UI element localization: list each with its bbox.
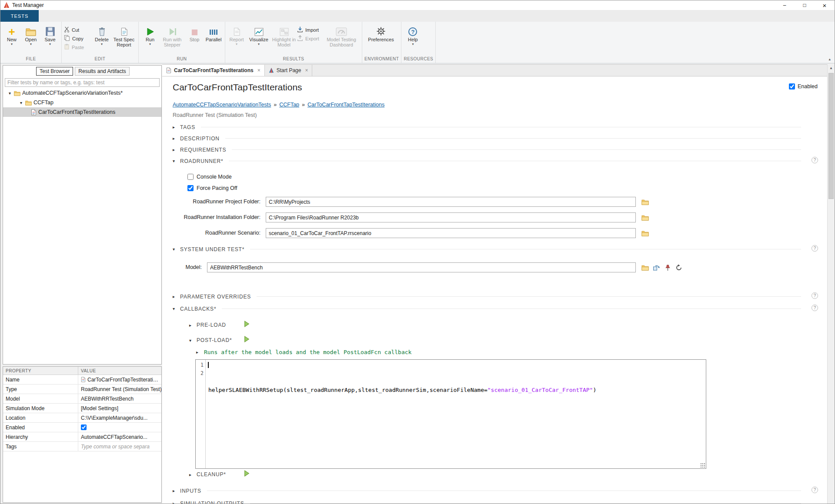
filter-input[interactable]	[5, 78, 160, 87]
section-pre-load[interactable]: ▸ PRE-LOAD	[189, 322, 226, 328]
copy-icon	[64, 35, 70, 42]
scrollbar-thumb[interactable]	[828, 73, 834, 199]
breadcrumb-link-testcase[interactable]: CarToCarFrontTapTestIterations	[307, 102, 384, 108]
new-button[interactable]: + New ▾	[3, 23, 21, 56]
help-circle-icon[interactable]: ?	[812, 487, 818, 493]
help-circle-icon[interactable]: ?	[812, 292, 818, 299]
scenario-input[interactable]	[266, 228, 636, 238]
delete-button[interactable]: Delete ▾	[93, 23, 111, 56]
run-preload-button[interactable]	[244, 321, 250, 327]
breadcrumb-link-ccftap[interactable]: CCFTap	[279, 102, 299, 108]
browse-folder-button[interactable]	[640, 198, 650, 206]
open-button[interactable]: Open ▾	[22, 23, 40, 56]
project-folder-input[interactable]	[266, 197, 636, 207]
section-rule	[201, 127, 801, 127]
parallel-button[interactable]: Parallel	[204, 23, 223, 56]
tab-tests[interactable]: TESTS	[0, 10, 39, 22]
force-pacing-checkbox-input[interactable]	[187, 185, 194, 191]
help-circle-icon[interactable]: ?	[812, 305, 818, 311]
section-callbacks[interactable]: ▾ CALLBACKS*	[173, 305, 801, 312]
browse-model-button[interactable]	[640, 263, 650, 272]
tree-item-label: AutomateCCFTapScenarioVariationTests*	[22, 90, 123, 96]
chevron-down-icon[interactable]: ▾	[19, 100, 23, 105]
help-button[interactable]: ? Help ▾	[404, 23, 422, 56]
vertical-scrollbar[interactable]: ▲	[827, 64, 835, 504]
visualize-button[interactable]: Visualize ▾	[247, 23, 271, 56]
section-parameter-overrides[interactable]: ▸ PARAMETER OVERRIDES	[173, 293, 801, 300]
console-mode-checkbox-input[interactable]	[187, 174, 194, 180]
run-postload-button[interactable]	[244, 336, 250, 342]
close-button[interactable]: ×	[815, 0, 835, 10]
section-simulation-outputs[interactable]: ▸ SIMULATION OUTPUTS	[173, 500, 801, 504]
export-button[interactable]: Export	[297, 35, 322, 42]
tree-item-test-case[interactable]: CarToCarFrontTapTestIterations	[3, 107, 161, 117]
console-mode-checkbox[interactable]: Console Mode	[187, 174, 232, 180]
help-circle-icon[interactable]: ?	[812, 245, 818, 252]
close-icon[interactable]: ×	[257, 67, 261, 73]
tree-item-ccftap[interactable]: ▾ CCFTap	[3, 98, 161, 107]
force-pacing-checkbox[interactable]: Force Pacing Off	[187, 185, 237, 191]
help-circle-icon[interactable]: ?	[812, 157, 818, 163]
tree-item-suite[interactable]: ▾ AutomateCCFTapScenarioVariationTests*	[3, 88, 161, 98]
ribbon-tab-row: TESTS	[0, 10, 835, 22]
install-folder-input[interactable]	[266, 212, 636, 222]
chevron-down-icon[interactable]: ▾	[7, 91, 12, 96]
run-cleanup-button[interactable]	[244, 470, 250, 477]
folder-icon	[641, 199, 649, 205]
postload-description-row[interactable]: ▸ Runs after the model loads and the mod…	[196, 349, 411, 355]
chevron-right-icon: ▸	[196, 350, 200, 355]
collapse-ribbon-icon[interactable]: ▴	[828, 57, 831, 61]
model-testing-dashboard-button[interactable]: Model Testing Dashboard	[323, 23, 360, 56]
section-inputs[interactable]: ▸ INPUTS	[173, 487, 801, 494]
import-button[interactable]: Import	[297, 26, 322, 33]
doc-tab-start-page[interactable]: Start Page ×	[265, 65, 313, 76]
tab-test-browser[interactable]: Test Browser	[36, 67, 73, 76]
enabled-checkbox[interactable]: Enabled	[789, 83, 818, 90]
folder-icon	[25, 100, 32, 106]
section-description[interactable]: ▸ DESCRIPTION	[173, 135, 801, 142]
test-case-icon	[31, 109, 37, 116]
browse-folder-button[interactable]	[640, 229, 650, 238]
enabled-label: Enabled	[798, 83, 818, 90]
resize-grip-icon[interactable]	[700, 463, 705, 468]
section-post-load[interactable]: ▾ POST-LOAD*	[189, 337, 232, 344]
report-button[interactable]: Report ▾	[227, 23, 246, 56]
refresh-model-button[interactable]	[674, 263, 684, 272]
test-spec-report-button[interactable]: Test Spec Report	[112, 23, 136, 56]
paste-button[interactable]: Paste	[64, 43, 92, 51]
install-folder-label: RoadRunner Installation Folder:	[173, 214, 261, 220]
enabled-property-checkbox[interactable]	[81, 424, 87, 430]
model-input[interactable]	[207, 262, 636, 272]
preferences-button[interactable]: Preferences	[364, 23, 397, 56]
code-area[interactable]: helperSLAEBWithRRSetup(sltest_roadRunner…	[206, 360, 706, 468]
maximize-button[interactable]: □	[795, 0, 815, 10]
section-cleanup[interactable]: ▸ CLEANUP*	[189, 471, 226, 478]
load-from-model-button[interactable]	[651, 263, 661, 272]
enabled-checkbox-input[interactable]	[789, 83, 795, 90]
pin-model-button[interactable]	[663, 263, 672, 272]
copy-button[interactable]: Copy	[64, 35, 92, 42]
close-icon[interactable]: ×	[305, 67, 308, 73]
cut-button[interactable]: Cut	[64, 26, 92, 33]
section-requirements[interactable]: ▸ REQUIREMENTS	[173, 146, 801, 153]
tags-placeholder[interactable]: Type comma or space separa	[78, 442, 161, 451]
section-tags[interactable]: ▸ TAGS	[173, 123, 801, 131]
ribbon-toolbar: + New ▾ Open ▾ Save ▾	[0, 22, 835, 63]
doc-tab-test-iterations[interactable]: CarToCarFrontTapTestIterations ×	[162, 65, 265, 76]
browse-folder-button[interactable]	[640, 213, 650, 222]
section-label: ROADRUNNER*	[180, 158, 223, 164]
save-button[interactable]: Save ▾	[41, 23, 59, 56]
highlight-in-model-button[interactable]: Highlight in Model	[272, 23, 296, 56]
scroll-up-icon[interactable]: ▲	[828, 64, 835, 71]
stop-button[interactable]: Stop	[185, 23, 204, 56]
breadcrumb-link-suite[interactable]: AutomateCCFTapScenarioVariationTests	[173, 102, 271, 108]
start-page-icon	[269, 68, 274, 73]
tab-results-and-artifacts[interactable]: Results and Artifacts	[75, 67, 129, 76]
section-system-under-test[interactable]: ▾ SYSTEM UNDER TEST*	[173, 245, 801, 253]
section-roadrunner[interactable]: ▾ ROADRUNNER*	[173, 157, 801, 165]
run-with-stepper-button[interactable]: Run with Stepper	[160, 23, 184, 56]
minimize-button[interactable]: –	[775, 0, 795, 10]
breadcrumb: AutomateCCFTapScenarioVariationTests » C…	[173, 102, 384, 108]
run-button[interactable]: Run ▾	[141, 23, 159, 56]
code-editor[interactable]: 1 2 helperSLAEBWithRRSetup(sltest_roadRu…	[195, 359, 706, 469]
